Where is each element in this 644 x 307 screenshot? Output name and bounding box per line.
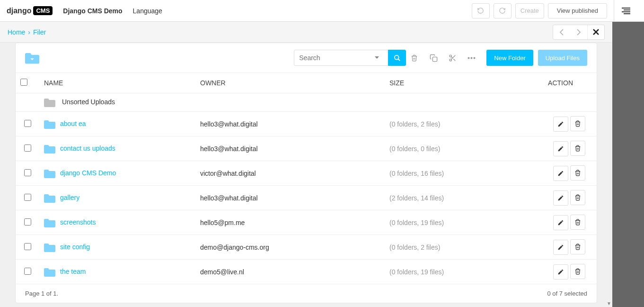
delete-row-button[interactable] — [570, 190, 585, 205]
folder-name-link[interactable]: contact us uploads — [60, 144, 115, 152]
row-checkbox[interactable] — [24, 243, 31, 250]
undo-button[interactable] — [472, 3, 490, 18]
copy-button[interactable] — [430, 54, 444, 62]
modal-forward-button[interactable] — [570, 25, 587, 39]
create-button[interactable]: Create — [515, 3, 544, 18]
row-checkbox[interactable] — [24, 268, 31, 275]
select-all-checkbox[interactable] — [20, 79, 27, 86]
trash-icon — [574, 194, 581, 201]
structure-toggle-button[interactable] — [614, 0, 637, 22]
logo[interactable]: django CMS — [7, 6, 53, 15]
cut-button[interactable] — [449, 54, 463, 62]
folder-icon — [44, 267, 55, 277]
site-menu[interactable]: Django CMS Demo — [63, 7, 122, 15]
edit-button[interactable] — [553, 141, 568, 156]
delete-row-button[interactable] — [570, 141, 585, 156]
folder-name-link[interactable]: about ea — [60, 119, 86, 127]
copy-icon — [430, 54, 438, 62]
row-checkbox[interactable] — [24, 169, 31, 176]
modal-close-button[interactable] — [587, 25, 604, 39]
modal-back-button[interactable] — [553, 25, 570, 39]
folder-icon — [44, 119, 55, 129]
edit-button[interactable] — [553, 240, 568, 255]
row-checkbox[interactable] — [24, 194, 31, 201]
selection-count: 0 of 7 selected — [547, 290, 587, 297]
edit-button[interactable] — [553, 264, 568, 280]
edit-button[interactable] — [553, 166, 568, 181]
table-row: screenshotshello5@pm.me(0 folders, 19 fi… — [16, 210, 597, 235]
delete-row-button[interactable] — [570, 264, 585, 279]
folder-name-link[interactable]: screenshots — [60, 218, 96, 226]
folder-name-link[interactable]: the team — [60, 267, 86, 275]
header-name: NAME — [39, 73, 195, 93]
svg-point-14 — [474, 57, 476, 59]
ellipsis-icon — [468, 57, 476, 59]
svg-line-11 — [451, 56, 453, 58]
logo-badge: CMS — [33, 6, 53, 15]
pagination-text: Page 1 of 1. — [25, 290, 58, 297]
svg-rect-0 — [622, 8, 630, 9]
delete-row-button[interactable] — [570, 239, 585, 254]
delete-row-button[interactable] — [570, 215, 585, 230]
header-action: ACTION — [508, 73, 597, 93]
edit-button[interactable] — [553, 117, 568, 132]
row-checkbox[interactable] — [24, 120, 31, 127]
upload-files-button[interactable]: Upload Files — [538, 50, 587, 66]
more-actions-button[interactable] — [468, 57, 482, 59]
owner-cell: hello3@what.digital — [195, 136, 385, 161]
breadcrumb-separator: › — [28, 28, 30, 36]
owner-cell: demo5@live.nl — [195, 260, 385, 284]
pencil-icon — [557, 219, 564, 226]
svg-line-10 — [454, 59, 456, 61]
search-icon — [394, 54, 401, 62]
folder-dropdown-icon — [25, 52, 39, 64]
redo-button[interactable] — [494, 3, 512, 18]
search-dropdown-toggle[interactable] — [375, 56, 383, 59]
trash-icon — [574, 218, 581, 226]
edit-button[interactable] — [553, 190, 568, 206]
unsorted-uploads-label[interactable]: Unsorted Uploads — [62, 98, 115, 106]
svg-point-4 — [395, 55, 399, 59]
redo-icon — [499, 7, 506, 14]
table-row: about eahello3@what.digital(0 folders, 2… — [16, 112, 597, 136]
breadcrumb-current[interactable]: Filer — [33, 28, 46, 36]
size-cell: (0 folders, 19 files) — [385, 210, 508, 235]
trash-icon — [411, 54, 418, 62]
main-content: New Folder Upload Files NAME OWNER SIZE … — [0, 43, 612, 307]
table-row: site configdemo@django-cms.org(0 folders… — [16, 235, 597, 260]
breadcrumb-bar: Home › Filer — [0, 22, 612, 43]
row-checkbox[interactable] — [24, 144, 31, 152]
structure-sidebar — [612, 22, 644, 307]
search-input[interactable] — [294, 54, 375, 62]
folder-name-link[interactable]: django CMS Demo — [60, 169, 116, 176]
delete-row-button[interactable] — [570, 116, 585, 131]
panel-footer: Page 1 of 1. 0 of 7 selected — [16, 284, 597, 303]
scissors-icon — [449, 54, 457, 62]
trash-icon — [574, 144, 581, 152]
root-folder-dropdown[interactable] — [25, 52, 39, 64]
delete-button[interactable] — [411, 54, 425, 62]
pencil-icon — [557, 145, 564, 152]
caret-down-icon — [375, 56, 379, 59]
delete-row-button[interactable] — [570, 165, 585, 181]
new-folder-button[interactable]: New Folder — [486, 50, 533, 66]
chevron-left-icon — [559, 29, 564, 36]
svg-rect-2 — [622, 11, 630, 12]
close-icon — [593, 29, 599, 35]
owner-cell: hello3@what.digital — [195, 186, 385, 210]
breadcrumb-home[interactable]: Home — [8, 28, 25, 36]
row-checkbox[interactable] — [24, 218, 31, 226]
size-cell: (0 folders, 0 files) — [385, 136, 508, 161]
view-published-button[interactable]: View published — [548, 3, 607, 18]
search-button[interactable] — [388, 50, 406, 66]
language-menu[interactable]: Language — [133, 7, 162, 15]
chevron-right-icon — [576, 29, 581, 36]
folder-icon — [44, 169, 55, 178]
folder-name-link[interactable]: gallery — [60, 193, 79, 201]
unsorted-uploads-row: Unsorted Uploads — [16, 93, 597, 112]
size-cell: (2 folders, 14 files) — [385, 186, 508, 210]
edit-button[interactable] — [553, 215, 568, 230]
svg-point-13 — [471, 57, 473, 59]
folder-name-link[interactable]: site config — [60, 243, 90, 250]
header-owner: OWNER — [195, 73, 385, 93]
